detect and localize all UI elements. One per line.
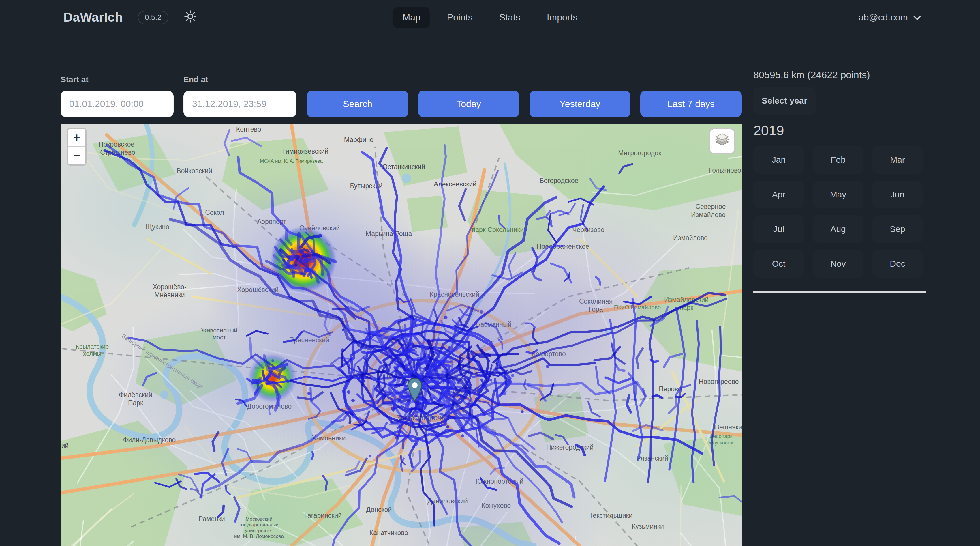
svg-text:«Кусково»: «Кусково»: [709, 440, 733, 445]
month-button-jul[interactable]: Jul: [753, 215, 804, 243]
svg-text:Северное: Северное: [695, 203, 725, 211]
month-button-nov[interactable]: Nov: [813, 250, 864, 278]
svg-text:Сокол: Сокол: [205, 209, 224, 216]
svg-text:Мнёвники: Мнёвники: [154, 291, 185, 299]
svg-text:холмы: холмы: [83, 350, 101, 357]
nav-tab-stats[interactable]: Stats: [490, 7, 530, 28]
panel-divider: [753, 292, 926, 293]
year-sidebar: 80595.6 km (24622 points) Select year 20…: [753, 69, 932, 293]
svg-text:Перово: Перово: [659, 385, 682, 393]
svg-text:Крылатские: Крылатские: [76, 343, 109, 350]
svg-text:Пресненский: Пресненский: [289, 336, 329, 344]
svg-text:университет: университет: [245, 528, 273, 533]
yesterday-button[interactable]: Yesterday: [530, 91, 630, 117]
svg-text:МСХА им. К. А. Тимирязева: МСХА им. К. А. Тимирязева: [260, 158, 323, 164]
svg-text:Московский: Московский: [245, 516, 272, 522]
today-button[interactable]: Today: [418, 91, 519, 117]
month-button-jun[interactable]: Jun: [872, 180, 923, 208]
svg-text:государственный: государственный: [239, 522, 278, 527]
svg-text:Щукино: Щукино: [146, 223, 169, 231]
select-year-button[interactable]: Select year: [753, 87, 816, 115]
svg-text:Вешняки: Вешняки: [715, 423, 742, 431]
nav-tab-points[interactable]: Points: [438, 7, 482, 28]
svg-text:Тимирязевский: Тимирязевский: [282, 147, 328, 155]
map[interactable]: Покровское-СтрешневоКоптевоМарфиноТимиря…: [60, 123, 742, 546]
month-button-sep[interactable]: Sep: [872, 215, 923, 243]
end-at-input[interactable]: [183, 91, 296, 117]
svg-text:Лефортово: Лефортово: [531, 350, 566, 358]
nav-tab-map[interactable]: Map: [393, 7, 430, 28]
version-badge: 0.5.2: [138, 11, 169, 24]
month-button-oct[interactable]: Oct: [753, 250, 804, 278]
last-7-days-button[interactable]: Last 7 days: [640, 91, 742, 117]
svg-text:Богородское: Богородское: [539, 177, 578, 184]
month-button-feb[interactable]: Feb: [813, 146, 864, 174]
svg-text:Алексеевский: Алексеевский: [434, 180, 476, 188]
search-button[interactable]: Search: [307, 91, 408, 117]
zoom-out-button[interactable]: −: [68, 147, 85, 164]
svg-text:Лесопарк: Лесопарк: [710, 433, 733, 439]
svg-text:Текстильщики: Текстильщики: [589, 512, 633, 519]
svg-text:Марьина Роща: Марьина Роща: [366, 230, 412, 238]
svg-text:Гольяново: Гольяново: [709, 166, 741, 174]
svg-text:Измайловский: Измайловский: [664, 296, 709, 303]
svg-text:Канатчиково: Канатчиково: [369, 529, 408, 536]
svg-text:Москва: Москва: [386, 370, 425, 380]
app-logo: DaWarIch: [64, 10, 123, 24]
svg-text:Войковский: Войковский: [177, 167, 212, 175]
month-button-aug[interactable]: Aug: [813, 215, 864, 243]
svg-text:Бутырский: Бутырский: [350, 182, 382, 190]
svg-text:Хамовники: Хамовники: [312, 434, 345, 442]
layers-icon: [714, 131, 731, 151]
svg-text:Гора: Гора: [589, 306, 603, 313]
svg-text:Басманный: Басманный: [476, 321, 512, 328]
month-grid: Jan Feb Mar Apr May Jun Jul Aug Sep Oct …: [753, 146, 932, 278]
svg-text:Нижегородский: Нижегородский: [546, 444, 593, 451]
sun-icon: [183, 10, 197, 26]
svg-text:Донской: Донской: [366, 506, 392, 513]
svg-text:парк: парк: [679, 304, 694, 311]
month-button-may[interactable]: May: [813, 180, 864, 208]
month-button-mar[interactable]: Mar: [872, 146, 923, 174]
svg-text:им. М. В. Ломоносова: им. М. В. Ломоносова: [234, 533, 284, 539]
svg-text:Можайский: Можайский: [60, 442, 68, 449]
svg-text:Измайлово: Измайлово: [673, 234, 708, 241]
svg-text:Красносельский: Красносельский: [430, 291, 479, 298]
main-nav: Map Points Stats Imports: [393, 0, 587, 35]
svg-text:Дорогомилово: Дорогомилово: [247, 402, 292, 410]
svg-text:Южнопортовый: Южнопортовый: [476, 477, 523, 485]
zoom-in-button[interactable]: +: [68, 129, 85, 147]
svg-text:Гагаринский: Гагаринский: [304, 512, 342, 519]
map-layers-button[interactable]: [709, 128, 735, 154]
chevron-down-icon: [913, 12, 921, 23]
svg-text:Покровское-: Покровское-: [99, 140, 137, 148]
svg-text:Раменки: Раменки: [199, 515, 225, 523]
svg-text:ПКиО Измайлово: ПКиО Измайлово: [614, 304, 661, 311]
svg-text:Савёловский: Савёловский: [299, 224, 340, 232]
month-button-dec[interactable]: Dec: [872, 250, 923, 278]
month-button-apr[interactable]: Apr: [753, 180, 804, 208]
svg-text:Коптево: Коптево: [236, 126, 261, 133]
svg-text:мост: мост: [213, 334, 226, 340]
svg-text:Хорошёво-: Хорошёво-: [153, 283, 186, 291]
svg-text:Замоскворечье: Замоскворечье: [396, 413, 449, 422]
svg-text:Беговой: Беговой: [299, 270, 323, 278]
app-header: DaWarIch 0.5.2 Map Points Stats Imports …: [0, 0, 980, 35]
start-at-input[interactable]: [60, 91, 173, 117]
month-button-jan[interactable]: Jan: [753, 146, 804, 174]
svg-text:Соколиная: Соколиная: [579, 297, 612, 305]
svg-text:Хорошёвский: Хорошёвский: [237, 286, 278, 294]
svg-text:Преображенское: Преображенское: [537, 243, 589, 250]
svg-text:Даниловский: Даниловский: [427, 497, 468, 505]
svg-text:Таганский: Таганский: [451, 387, 482, 394]
svg-text:Филёвский: Филёвский: [119, 391, 152, 399]
svg-text:Парк: Парк: [128, 399, 143, 407]
svg-text:Фили-Давыдково: Фили-Давыдково: [123, 436, 176, 444]
svg-text:Аэропорт: Аэропорт: [257, 218, 286, 225]
map-zoom-control: + −: [67, 128, 86, 166]
distance-stats: 80595.6 km (24622 points): [753, 69, 932, 80]
svg-text:Кожухово: Кожухово: [481, 502, 511, 509]
user-menu[interactable]: ab@cd.com: [859, 0, 921, 35]
nav-tab-imports[interactable]: Imports: [538, 7, 587, 28]
theme-toggle-button[interactable]: [183, 10, 197, 26]
